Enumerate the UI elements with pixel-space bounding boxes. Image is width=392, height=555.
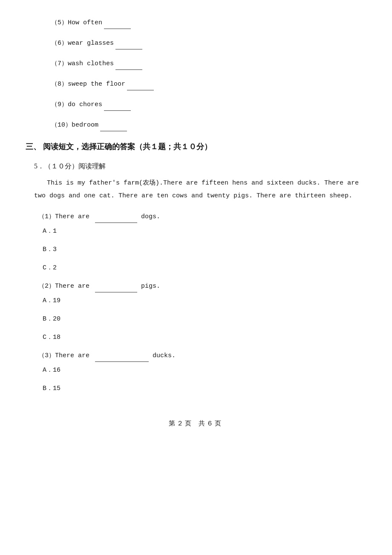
sq2-blank [95,280,137,292]
section3-header: 三、 阅读短文，选择正确的答案（共１题；共１０分） [26,140,366,153]
sub-question-3: （3）There are ducks. [26,350,366,362]
sq2-option-b[interactable]: B．20 [26,313,366,325]
sq2-option-a[interactable]: A．19 [26,295,366,306]
sq1-option-b[interactable]: B．3 [26,244,366,255]
sq1-text: （1）There are [38,213,89,220]
passage-text: This is my father's farm(农场).There are f… [26,177,366,202]
fill-section: （5）How often （6）wear glasses （7）wash clo… [26,17,366,131]
sub-question-2: （2）There are pigs. [26,280,366,292]
fill-item-9-text: （9）do chores [51,101,102,108]
sq3-option-b[interactable]: B．15 [26,383,366,394]
fill-item-10-blank [100,119,127,131]
sq1-blank [95,211,137,223]
fill-item-5-text: （5）How often [51,19,102,26]
sq1-option-a[interactable]: A．1 [26,225,366,237]
sq3-suffix: ducks. [153,352,176,359]
fill-item-6-blank [115,38,142,49]
fill-item-8-text: （8）sweep the floor [51,81,125,88]
sq1-option-c[interactable]: C．2 [26,262,366,274]
fill-item-7-blank [115,58,142,70]
fill-item-6: （6）wear glasses [26,38,366,49]
fill-item-10: （10）bedroom [26,119,366,131]
sq3-option-a[interactable]: A．16 [26,364,366,376]
fill-item-10-text: （10）bedroom [51,121,98,129]
sq3-blank [95,350,149,362]
fill-item-7: （7）wash clothes [26,58,366,70]
sq2-suffix: pigs. [141,283,160,290]
sub-question-1: （1）There are dogs. [26,211,366,223]
fill-item-9-blank [104,99,131,111]
fill-item-9: （9）do chores [26,99,366,111]
page-footer: 第２页 共６页 [26,418,366,430]
question-5-label: 5．（１０分）阅读理解 [26,160,366,173]
sq2-text: （2）There are [38,283,89,290]
sq1-suffix: dogs. [141,213,160,220]
fill-item-5-blank [104,17,131,29]
fill-item-7-text: （7）wash clothes [51,60,114,67]
fill-item-8: （8）sweep the floor [26,78,366,90]
sq2-option-c[interactable]: C．18 [26,332,366,343]
fill-item-6-text: （6）wear glasses [51,40,114,47]
fill-item-5: （5）How often [26,17,366,29]
fill-item-8-blank [127,78,154,90]
sq3-text: （3）There are [38,352,89,359]
